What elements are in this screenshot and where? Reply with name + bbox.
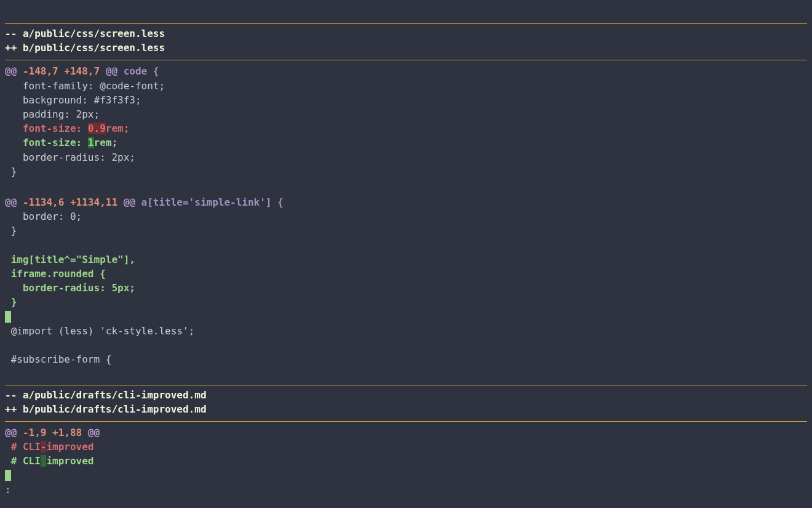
cursor-line [5,468,807,482]
diff-line-context: border: 0; [5,209,807,224]
diff-text: # CLI [5,455,41,467]
hunk-context-selector: code { [117,65,159,77]
file-separator [5,23,807,24]
diff-line-removed: font-size: 0.9rem; [5,121,807,135]
hunk-header: @@ -1,9 +1,88 @@ [5,423,807,440]
diff-text: improved [46,455,94,467]
hunk-context-selector: a[title='simple-link'] { [135,196,284,208]
diff-line-removed: # CLI-improved [5,440,807,454]
diff-line-added: } [5,295,807,309]
diff-line-context: background: #f3f3f3; [5,93,807,107]
diff-line-context [5,238,807,252]
diff-line-context [5,338,807,352]
diff-text: # CLI [5,441,41,453]
diff-line-added: font-size: 1rem; [5,135,807,150]
hunk-range: -148,7 +148,7 [17,65,106,77]
hunk-at: @@ [88,427,100,438]
hunk-at: @@ [5,65,17,77]
hunk-header: @@ -148,7 +148,7 @@ code { [5,62,807,78]
file-old-path: -- a/public/css/screen.less [5,26,807,41]
diff-line-added: iframe.rounded { [5,267,807,281]
diff-line-context: @import (less) 'ck-style.less'; [5,324,807,338]
diff-line-context: font-family: @code-font; [5,79,807,93]
blank-line [5,179,807,193]
diff-output: -- a/public/css/screen.less++ b/public/c… [0,0,812,508]
cursor-line [5,310,807,324]
diff-line-added: img[title^="Simple"], [5,252,807,267]
file-old-path: -- a/public/drafts/cli-improved.md [5,388,807,402]
file-separator [5,385,807,385]
hunk-at: @@ [5,196,17,208]
blank-line [5,366,807,381]
diff-line-context: } [5,224,807,238]
file-separator [5,421,807,422]
hunk-at: @@ [106,65,117,77]
diff-line-added: # CLI improved [5,454,807,468]
diff-word-highlight: 0.9 [88,123,106,134]
diff-word-highlight [41,455,47,467]
file-separator [5,60,807,60]
hunk-header: @@ -1134,6 +1134,11 @@ a[title='simple-l… [5,193,807,209]
diff-text: font-size: [5,137,88,148]
diff-text: font-size: [5,123,88,134]
spacer [5,0,807,20]
diff-line-context: #subscribe-form { [5,352,807,366]
diff-word-highlight: 1 [88,137,94,148]
diff-word-highlight: - [41,441,47,453]
file-new-path: ++ b/public/css/screen.less [5,41,807,55]
cursor-icon [5,311,11,322]
diff-line-context: } [5,164,807,179]
diff-line-context: : [5,483,807,497]
blank-line [5,497,807,508]
hunk-at: @@ [5,427,17,438]
file-new-path: ++ b/public/drafts/cli-improved.md [5,402,807,416]
hunk-range: -1134,6 +1134,11 [17,196,123,208]
diff-text: rem; [94,137,118,148]
file-header: -- a/public/drafts/cli-improved.md++ b/p… [5,387,807,417]
file-header: -- a/public/css/screen.less++ b/public/c… [5,25,807,56]
hunk-range: -1,9 +1,88 [17,427,88,438]
hunk-at: @@ [124,196,135,208]
diff-line-added: border-radius: 5px; [5,281,807,295]
diff-line-context: padding: 2px; [5,107,807,121]
diff-text: improved [46,441,94,453]
cursor-icon [5,470,11,481]
diff-text: rem; [106,123,130,134]
diff-line-context: border-radius: 2px; [5,150,807,164]
